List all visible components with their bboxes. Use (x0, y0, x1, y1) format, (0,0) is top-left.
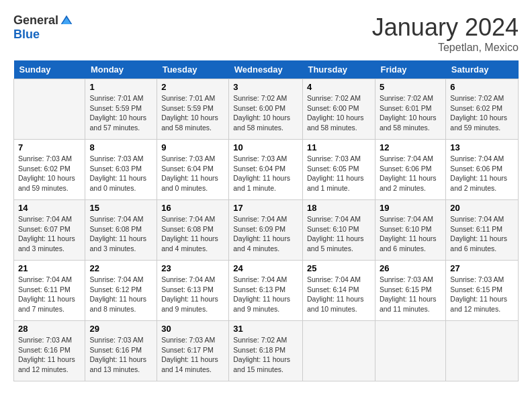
day-info: Sunrise: 7:04 AM Sunset: 6:07 PM Dayligh… (18, 215, 75, 253)
day-number: 3 (233, 82, 298, 92)
day-number: 29 (89, 324, 152, 334)
day-info: Sunrise: 7:04 AM Sunset: 6:11 PM Dayligh… (18, 275, 75, 313)
day-info: Sunrise: 7:01 AM Sunset: 5:59 PM Dayligh… (89, 94, 146, 132)
day-number: 12 (380, 142, 441, 152)
day-number: 25 (307, 263, 371, 273)
day-info: Sunrise: 7:01 AM Sunset: 5:59 PM Dayligh… (161, 94, 218, 132)
calendar-cell: 7Sunrise: 7:03 AM Sunset: 6:02 PM Daylig… (14, 140, 85, 200)
day-info: Sunrise: 7:03 AM Sunset: 6:15 PM Dayligh… (450, 275, 507, 313)
calendar-cell: 16Sunrise: 7:04 AM Sunset: 6:08 PM Dayli… (157, 200, 229, 261)
day-info: Sunrise: 7:04 AM Sunset: 6:13 PM Dayligh… (161, 275, 218, 313)
calendar-cell: 18Sunrise: 7:04 AM Sunset: 6:10 PM Dayli… (302, 200, 375, 261)
calendar-week-5: 28Sunrise: 7:03 AM Sunset: 6:16 PM Dayli… (14, 321, 519, 381)
day-info: Sunrise: 7:02 AM Sunset: 6:00 PM Dayligh… (233, 94, 290, 132)
day-info: Sunrise: 7:03 AM Sunset: 6:16 PM Dayligh… (89, 336, 146, 373)
logo: General Blue (13, 13, 73, 42)
day-info: Sunrise: 7:04 AM Sunset: 6:10 PM Dayligh… (307, 215, 364, 253)
calendar-cell: 11Sunrise: 7:03 AM Sunset: 6:05 PM Dayli… (302, 140, 375, 200)
day-number: 11 (307, 142, 371, 152)
day-header-tuesday: Tuesday (157, 60, 229, 79)
calendar-cell: 19Sunrise: 7:04 AM Sunset: 6:10 PM Dayli… (375, 200, 445, 261)
day-info: Sunrise: 7:03 AM Sunset: 6:04 PM Dayligh… (161, 154, 218, 192)
day-number: 5 (380, 82, 441, 92)
day-number: 21 (18, 263, 81, 273)
location-subtitle: Tepetlan, Mexico (372, 42, 519, 54)
calendar-cell: 29Sunrise: 7:03 AM Sunset: 6:16 PM Dayli… (85, 321, 157, 381)
calendar-week-3: 14Sunrise: 7:04 AM Sunset: 6:07 PM Dayli… (14, 200, 519, 261)
day-number: 26 (380, 263, 441, 273)
calendar-cell: 2Sunrise: 7:01 AM Sunset: 5:59 PM Daylig… (157, 79, 229, 140)
day-number: 13 (450, 142, 514, 152)
day-number: 17 (233, 203, 298, 213)
day-number: 27 (450, 263, 514, 273)
day-info: Sunrise: 7:04 AM Sunset: 6:08 PM Dayligh… (161, 215, 218, 253)
day-number: 15 (89, 203, 152, 213)
calendar-cell: 22Sunrise: 7:04 AM Sunset: 6:12 PM Dayli… (85, 261, 157, 321)
calendar-cell (14, 79, 85, 140)
header: General Blue January 2024 Tepetlan, Mexi… (13, 13, 519, 54)
calendar-cell: 27Sunrise: 7:03 AM Sunset: 6:15 PM Dayli… (446, 261, 519, 321)
day-info: Sunrise: 7:03 AM Sunset: 6:16 PM Dayligh… (18, 336, 75, 373)
day-number: 9 (161, 142, 224, 152)
day-info: Sunrise: 7:03 AM Sunset: 6:15 PM Dayligh… (380, 275, 437, 313)
calendar-cell: 9Sunrise: 7:03 AM Sunset: 6:04 PM Daylig… (157, 140, 229, 200)
day-info: Sunrise: 7:04 AM Sunset: 6:13 PM Dayligh… (233, 275, 290, 313)
day-info: Sunrise: 7:04 AM Sunset: 6:11 PM Dayligh… (450, 215, 507, 253)
calendar-cell (446, 321, 519, 381)
calendar-cell: 5Sunrise: 7:02 AM Sunset: 6:01 PM Daylig… (375, 79, 445, 140)
month-title: January 2024 (372, 13, 519, 42)
day-number: 30 (161, 324, 224, 334)
title-section: January 2024 Tepetlan, Mexico (372, 13, 519, 54)
calendar-cell: 12Sunrise: 7:04 AM Sunset: 6:06 PM Dayli… (375, 140, 445, 200)
calendar-cell: 21Sunrise: 7:04 AM Sunset: 6:11 PM Dayli… (14, 261, 85, 321)
calendar-cell: 8Sunrise: 7:03 AM Sunset: 6:03 PM Daylig… (85, 140, 157, 200)
calendar-cell: 13Sunrise: 7:04 AM Sunset: 6:06 PM Dayli… (446, 140, 519, 200)
day-number: 14 (18, 203, 81, 213)
logo-general-text: General (13, 13, 58, 28)
day-info: Sunrise: 7:03 AM Sunset: 6:03 PM Dayligh… (89, 154, 146, 192)
calendar-cell: 17Sunrise: 7:04 AM Sunset: 6:09 PM Dayli… (229, 200, 303, 261)
day-number: 24 (233, 263, 298, 273)
calendar-cell: 6Sunrise: 7:02 AM Sunset: 6:02 PM Daylig… (446, 79, 519, 140)
day-header-sunday: Sunday (14, 60, 85, 79)
day-info: Sunrise: 7:03 AM Sunset: 6:05 PM Dayligh… (307, 154, 364, 192)
day-info: Sunrise: 7:04 AM Sunset: 6:08 PM Dayligh… (89, 215, 146, 253)
day-number: 28 (18, 324, 81, 334)
calendar-cell: 15Sunrise: 7:04 AM Sunset: 6:08 PM Dayli… (85, 200, 157, 261)
day-info: Sunrise: 7:02 AM Sunset: 6:18 PM Dayligh… (233, 336, 290, 373)
calendar-table: SundayMondayTuesdayWednesdayThursdayFrid… (13, 60, 519, 381)
calendar-cell: 4Sunrise: 7:02 AM Sunset: 6:00 PM Daylig… (302, 79, 375, 140)
day-number: 7 (18, 142, 81, 152)
calendar-cell: 3Sunrise: 7:02 AM Sunset: 6:00 PM Daylig… (229, 79, 303, 140)
day-number: 10 (233, 142, 298, 152)
calendar-cell: 10Sunrise: 7:03 AM Sunset: 6:04 PM Dayli… (229, 140, 303, 200)
logo-blue-text: Blue (13, 28, 40, 42)
calendar-header-row: SundayMondayTuesdayWednesdayThursdayFrid… (14, 60, 519, 79)
day-header-thursday: Thursday (302, 60, 375, 79)
day-info: Sunrise: 7:02 AM Sunset: 6:00 PM Dayligh… (307, 94, 364, 132)
day-header-monday: Monday (85, 60, 157, 79)
day-info: Sunrise: 7:04 AM Sunset: 6:09 PM Dayligh… (233, 215, 290, 253)
day-number: 18 (307, 203, 371, 213)
calendar-cell: 23Sunrise: 7:04 AM Sunset: 6:13 PM Dayli… (157, 261, 229, 321)
calendar-cell: 14Sunrise: 7:04 AM Sunset: 6:07 PM Dayli… (14, 200, 85, 261)
day-number: 6 (450, 82, 514, 92)
day-number: 4 (307, 82, 371, 92)
day-info: Sunrise: 7:04 AM Sunset: 6:10 PM Dayligh… (380, 215, 437, 253)
day-number: 31 (233, 324, 298, 334)
calendar-week-2: 7Sunrise: 7:03 AM Sunset: 6:02 PM Daylig… (14, 140, 519, 200)
day-header-wednesday: Wednesday (229, 60, 303, 79)
calendar-cell: 1Sunrise: 7:01 AM Sunset: 5:59 PM Daylig… (85, 79, 157, 140)
logo-icon (60, 14, 73, 28)
calendar-week-1: 1Sunrise: 7:01 AM Sunset: 5:59 PM Daylig… (14, 79, 519, 140)
day-number: 20 (450, 203, 514, 213)
day-info: Sunrise: 7:03 AM Sunset: 6:17 PM Dayligh… (161, 336, 218, 373)
day-info: Sunrise: 7:04 AM Sunset: 6:14 PM Dayligh… (307, 275, 364, 313)
day-info: Sunrise: 7:04 AM Sunset: 6:06 PM Dayligh… (380, 154, 437, 192)
day-number: 16 (161, 203, 224, 213)
calendar-cell: 20Sunrise: 7:04 AM Sunset: 6:11 PM Dayli… (446, 200, 519, 261)
calendar-cell: 30Sunrise: 7:03 AM Sunset: 6:17 PM Dayli… (157, 321, 229, 381)
calendar-cell: 26Sunrise: 7:03 AM Sunset: 6:15 PM Dayli… (375, 261, 445, 321)
day-header-saturday: Saturday (446, 60, 519, 79)
day-number: 22 (89, 263, 152, 273)
